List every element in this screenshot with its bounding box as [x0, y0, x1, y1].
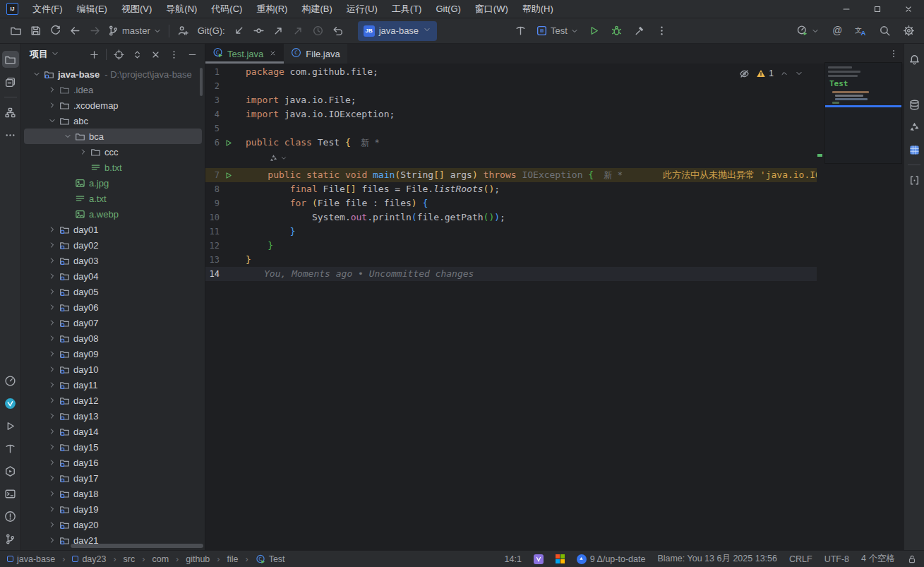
intention-actions-widget[interactable]	[269, 152, 287, 165]
build-project-button[interactable]	[630, 21, 649, 41]
menu-item-2[interactable]: 编辑(E)	[70, 0, 114, 18]
inspection-widget[interactable]: 1	[735, 66, 808, 80]
tree-chevron-right[interactable]	[47, 255, 58, 266]
code-with-me-button[interactable]: @	[827, 21, 846, 41]
tree-chevron-right[interactable]	[47, 286, 58, 297]
tree-row[interactable]: a.txt	[21, 191, 205, 206]
tree-chevron-down[interactable]	[31, 68, 42, 80]
run-toolwindow-button[interactable]	[2, 417, 19, 434]
tree-chevron-right[interactable]	[47, 348, 58, 359]
annotate-button[interactable]	[174, 21, 193, 41]
code-editor[interactable]: 1package com.github.file;23import java.i…	[205, 64, 817, 550]
structure-toolwindow-button[interactable]	[2, 104, 19, 121]
blame-widget[interactable]: Blame: You 13 6月 2025 13:56	[657, 553, 777, 565]
tab-file-java[interactable]: CFile.java	[284, 44, 347, 64]
tree-chevron-right[interactable]	[47, 472, 58, 484]
tree-row[interactable]: day17	[21, 470, 205, 486]
tab-close-icon[interactable]	[269, 49, 277, 59]
project-toolwindow-button[interactable]	[2, 51, 19, 68]
rollback-button[interactable]	[328, 21, 348, 41]
database-toolwindow-button[interactable]	[906, 96, 923, 113]
tree-horizontal-scrollbar[interactable]	[71, 544, 203, 548]
notifications-button[interactable]	[906, 51, 923, 68]
git-sync-widget[interactable]: 9 Δ/up-to-date	[577, 554, 646, 564]
menu-item-3[interactable]: 视图(V)	[114, 0, 159, 18]
tree-header-collapse-x-button[interactable]	[147, 46, 164, 63]
maximize-window-button[interactable]	[862, 0, 893, 18]
tree-row[interactable]: day02	[21, 237, 205, 253]
tree-chevron-right[interactable]	[47, 364, 58, 375]
tree-chevron-right[interactable]	[47, 333, 58, 344]
tree-chevron-right[interactable]	[47, 519, 58, 530]
breadcrumb-item-file[interactable]: file	[227, 554, 238, 564]
close-window-button[interactable]	[893, 0, 924, 18]
caret-position-widget[interactable]: 14:1	[505, 554, 522, 564]
tree-row[interactable]: day19	[21, 501, 205, 517]
tree-row[interactable]: .idea	[21, 82, 205, 97]
git-push-button[interactable]	[269, 21, 289, 41]
tree-chevron-right[interactable]	[47, 410, 58, 422]
translate-button[interactable]: 文A	[851, 21, 870, 41]
commit-toolwindow-button[interactable]	[2, 73, 19, 90]
menu-item-10[interactable]: Git(G)	[428, 0, 467, 18]
menu-item-6[interactable]: 重构(R)	[249, 0, 294, 18]
notebook-toolwindow-button[interactable]	[906, 172, 923, 189]
tree-row[interactable]: b.txt	[21, 160, 205, 175]
tree-row[interactable]: day06	[21, 299, 205, 315]
problems-toolwindow-button[interactable]	[2, 508, 19, 525]
git-toolwindow-button[interactable]	[2, 530, 19, 547]
tree-row[interactable]: a.webp	[21, 206, 205, 222]
profiler-button[interactable]	[793, 21, 822, 41]
services-toolwindow-button[interactable]	[2, 462, 19, 479]
build-toolwindow-button[interactable]	[2, 440, 19, 457]
back-button[interactable]	[65, 21, 85, 41]
tree-chevron-right[interactable]	[47, 488, 58, 499]
tree-chevron-right[interactable]	[47, 84, 58, 95]
debug-button[interactable]	[607, 21, 627, 41]
tree-row[interactable]: day08	[21, 330, 205, 346]
tree-chevron-right[interactable]	[78, 146, 89, 157]
run-config-selector[interactable]: Test	[533, 21, 582, 41]
settings-button[interactable]	[899, 21, 918, 41]
tree-row[interactable]: day15	[21, 439, 205, 455]
menu-item-5[interactable]: 代码(C)	[204, 0, 249, 18]
tree-row[interactable]: ccc	[21, 144, 205, 160]
tree-chevron-right[interactable]	[47, 302, 58, 313]
branch-selector[interactable]: master	[104, 21, 164, 41]
menu-item-9[interactable]: 工具(T)	[385, 0, 429, 18]
more-toolwindows-button[interactable]	[2, 126, 19, 143]
menu-item-11[interactable]: 窗口(W)	[468, 0, 515, 18]
tree-row[interactable]: .xcodemap	[21, 97, 205, 113]
tree-row[interactable]: day12	[21, 393, 205, 408]
menu-item-4[interactable]: 导航(N)	[159, 0, 204, 18]
prev-problem-icon[interactable]	[780, 69, 788, 78]
tree-row[interactable]: day16	[21, 455, 205, 470]
forward-button[interactable]	[85, 21, 104, 41]
run-gutter-icon[interactable]	[224, 138, 233, 152]
tree-header-target-button[interactable]	[110, 46, 127, 63]
tree-row[interactable]: day13	[21, 408, 205, 424]
open-project-button[interactable]	[6, 21, 25, 41]
project-widget[interactable]: JB java-base	[358, 21, 437, 41]
encoding-widget[interactable]: UTF-8	[824, 554, 849, 564]
breadcrumb-item-day23[interactable]: day23	[72, 554, 106, 564]
build-button[interactable]	[510, 21, 530, 41]
tree-chevron-right[interactable]	[47, 503, 58, 515]
tree-row[interactable]: day14	[21, 424, 205, 439]
breadcrumb-item-github[interactable]: github	[186, 554, 210, 564]
tree-header-plus-button[interactable]	[85, 46, 102, 63]
git-force-push-button[interactable]	[289, 21, 308, 41]
tree-chevron-down[interactable]	[47, 115, 58, 126]
menu-item-12[interactable]: 帮助(H)	[515, 0, 560, 18]
tree-row[interactable]: day03	[21, 253, 205, 268]
tree-chevron-right[interactable]	[47, 457, 58, 468]
menu-item-7[interactable]: 构建(B)	[294, 0, 339, 18]
readonly-lock-widget[interactable]	[907, 554, 917, 564]
tree-row[interactable]: day09	[21, 346, 205, 362]
tree-row[interactable]: day05	[21, 284, 205, 299]
tree-row[interactable]: day11	[21, 377, 205, 393]
git-commit-button[interactable]	[249, 21, 269, 41]
plugin-icon-purple[interactable]	[534, 554, 544, 564]
tree-header-expand-updown-button[interactable]	[128, 46, 145, 63]
history-button[interactable]	[308, 21, 328, 41]
